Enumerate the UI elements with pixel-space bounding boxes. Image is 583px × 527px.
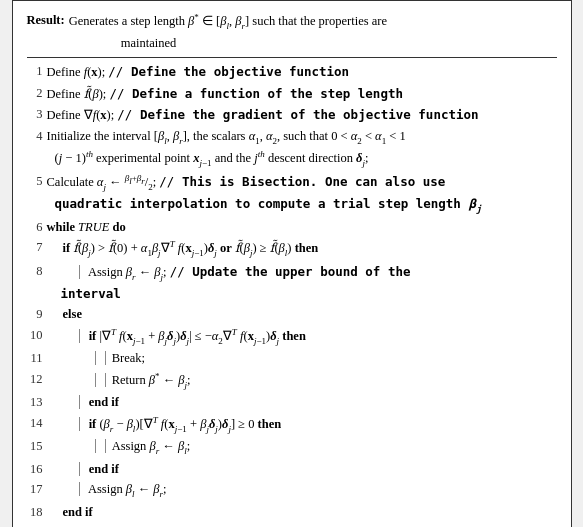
line-13: 13 end if: [27, 393, 557, 413]
line-content-9: else: [45, 305, 557, 325]
result-label: Result:: [27, 11, 65, 53]
line-18: 18 end if: [27, 502, 557, 522]
line-4: 4 Initialize the interval [βl, βr], the …: [27, 126, 557, 171]
line-content-7: if f̃(βj) > f̃(0) + α1βj∇T f(xj−1)δj or …: [45, 238, 557, 262]
line-num-11: 11: [27, 349, 45, 369]
line-14: 14 if (βr − βl)[∇T f(xj−1 + βjδj)δj] ≥ 0…: [27, 413, 557, 437]
result-text: Generates a step length β* ∈ [βl, βr] su…: [69, 11, 387, 53]
line-content-18: end if: [45, 502, 557, 522]
line-content-12: Return β* ← βj;: [45, 369, 557, 393]
line-content-10: if |∇T f(xj−1 + βjδj)δj| ≤ −α2∇T f(xj−1)…: [45, 325, 557, 349]
line-9: 9 else: [27, 305, 557, 325]
line-5: 5 Calculate αj ← βl+βr/2; // This is Bis…: [27, 171, 557, 217]
line-1: 1 Define f(x); // Define the objective f…: [27, 62, 557, 83]
line-6: 6 while TRUE do: [27, 217, 557, 237]
line-num-2: 2: [27, 83, 45, 104]
line-num-7: 7: [27, 238, 45, 262]
line-content-16: end if: [45, 459, 557, 479]
line-num-8: 8: [27, 261, 45, 305]
line-15: 15 Assign βr ← βl;: [27, 437, 557, 459]
line-num-5: 5: [27, 171, 45, 217]
line-content-8: Assign βr ← βj; // Update the upper boun…: [45, 261, 557, 305]
line-16: 16 end if: [27, 459, 557, 479]
line-num-14: 14: [27, 413, 45, 437]
algorithm-container: Result: Generates a step length β* ∈ [βl…: [12, 0, 572, 527]
algorithm-lines: 1 Define f(x); // Define the objective f…: [27, 62, 557, 527]
line-19: 19 end while: [27, 522, 557, 527]
line-num-6: 6: [27, 217, 45, 237]
top-divider: [27, 57, 557, 58]
line-num-4: 4: [27, 126, 45, 171]
line-num-19: 19: [27, 522, 45, 527]
line-2: 2 Define f̃(β); // Define a function of …: [27, 83, 557, 104]
line-content-6: while TRUE do: [45, 217, 557, 237]
line-content-14: if (βr − βl)[∇T f(xj−1 + βjδj)δj] ≥ 0 th…: [45, 413, 557, 437]
line-8: 8 Assign βr ← βj; // Update the upper bo…: [27, 261, 557, 305]
line-3: 3 Define ∇f(x); // Define the gradient o…: [27, 105, 557, 126]
line-content-15: Assign βr ← βl;: [45, 437, 557, 459]
line-content-4: Initialize the interval [βl, βr], the sc…: [45, 126, 557, 171]
line-content-5: Calculate αj ← βl+βr/2; // This is Bisec…: [45, 171, 557, 217]
line-content-1: Define f(x); // Define the objective fun…: [45, 62, 557, 83]
line-num-16: 16: [27, 459, 45, 479]
line-num-15: 15: [27, 437, 45, 459]
line-content-2: Define f̃(β); // Define a function of th…: [45, 83, 557, 104]
line-11: 11 Break;: [27, 349, 557, 369]
line-12: 12 Return β* ← βj;: [27, 369, 557, 393]
line-content-3: Define ∇f(x); // Define the gradient of …: [45, 105, 557, 126]
line-num-9: 9: [27, 305, 45, 325]
line-7: 7 if f̃(βj) > f̃(0) + α1βj∇T f(xj−1)δj o…: [27, 238, 557, 262]
line-content-13: end if: [45, 393, 557, 413]
line-num-18: 18: [27, 502, 45, 522]
line-content-17: Assign βl ← βr;: [45, 480, 557, 502]
line-num-12: 12: [27, 369, 45, 393]
line-10: 10 if |∇T f(xj−1 + βjδj)δj| ≤ −α2∇T f(xj…: [27, 325, 557, 349]
result-header: Result: Generates a step length β* ∈ [βl…: [27, 11, 557, 53]
line-content-11: Break;: [45, 349, 557, 369]
line-content-19: end while: [45, 522, 557, 527]
line-17: 17 Assign βl ← βr;: [27, 480, 557, 502]
line-num-13: 13: [27, 393, 45, 413]
line-num-3: 3: [27, 105, 45, 126]
line-num-1: 1: [27, 62, 45, 83]
line-num-10: 10: [27, 325, 45, 349]
line-num-17: 17: [27, 480, 45, 502]
